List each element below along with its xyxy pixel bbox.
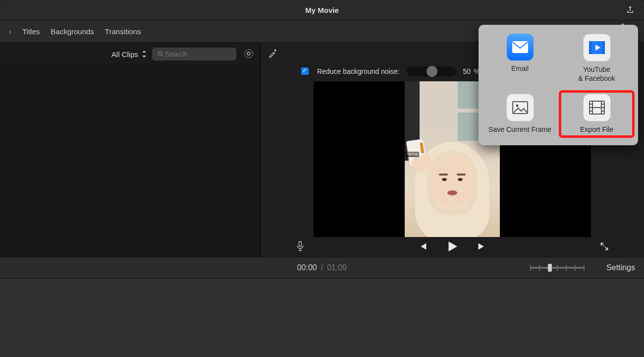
- duration: 01:09: [327, 263, 347, 272]
- svg-point-2: [245, 49, 253, 58]
- play-icon: [445, 239, 460, 254]
- share-icon: [625, 5, 635, 15]
- envelope-icon: [507, 34, 534, 60]
- search-icon: [157, 50, 164, 58]
- play-button[interactable]: [445, 239, 460, 255]
- timeline-settings-button[interactable]: Settings: [606, 263, 635, 272]
- svg-rect-23: [590, 45, 591, 47]
- svg-rect-25: [590, 51, 591, 53]
- film-export-icon: [583, 94, 611, 121]
- film-play-icon: [583, 34, 611, 61]
- noise-label: Reduce background noise:: [317, 67, 400, 75]
- clip-watermark: TikTok: [406, 152, 419, 157]
- titlebar: My Movie: [0, 0, 644, 20]
- image-icon: [506, 94, 534, 121]
- share-youtube-facebook-button[interactable]: YouTube & Facebook: [560, 32, 633, 85]
- svg-point-31: [516, 105, 518, 107]
- save-current-frame-button[interactable]: Save Current Frame: [483, 92, 556, 136]
- window-title: My Movie: [305, 6, 339, 14]
- svg-rect-22: [590, 42, 591, 44]
- updown-chevron-icon: [141, 51, 147, 58]
- share-youtube-facebook-label: YouTube & Facebook: [578, 65, 615, 83]
- search-field[interactable]: [152, 48, 236, 60]
- transport-bar: [261, 237, 644, 257]
- zoom-slider[interactable]: [530, 267, 585, 269]
- svg-rect-28: [603, 48, 604, 50]
- next-button[interactable]: [477, 241, 487, 253]
- svg-rect-26: [603, 42, 604, 44]
- microphone-icon: [295, 240, 305, 252]
- skip-forward-icon: [477, 241, 487, 252]
- svg-point-3: [247, 52, 250, 55]
- time-separator: /: [321, 263, 323, 272]
- share-popover: Email YouTube & Facebook Save Current Fr…: [479, 25, 638, 145]
- tab-titles[interactable]: Titles: [22, 27, 40, 36]
- timeline[interactable]: [0, 278, 644, 357]
- voiceover-button[interactable]: [295, 240, 305, 254]
- save-current-frame-label: Save Current Frame: [488, 125, 551, 134]
- noise-slider-thumb[interactable]: [427, 66, 437, 77]
- clips-filter-label: All Clips: [111, 50, 138, 59]
- svg-rect-24: [590, 48, 591, 50]
- expand-icon: [599, 241, 609, 251]
- time-readout: 00:00 / 01:09: [297, 263, 347, 272]
- browser-toolbar: All Clips: [0, 43, 260, 66]
- prev-button[interactable]: [417, 241, 428, 253]
- magic-wand-icon: [268, 48, 278, 59]
- tab-backgrounds[interactable]: Backgrounds: [51, 27, 94, 36]
- tab-left-overflow: ›: [9, 27, 11, 36]
- export-file-button[interactable]: Export File: [560, 92, 633, 136]
- export-file-label: Export File: [580, 125, 613, 134]
- skip-back-icon: [417, 241, 428, 252]
- noise-value: 50: [463, 67, 471, 75]
- fullscreen-button[interactable]: [599, 241, 609, 253]
- svg-rect-29: [603, 51, 604, 53]
- browser-content: [0, 66, 260, 257]
- media-browser: All Clips: [0, 43, 261, 257]
- share-email-button[interactable]: Email: [483, 32, 556, 85]
- browser-settings-button[interactable]: [243, 48, 254, 60]
- gear-icon: [243, 48, 254, 59]
- svg-line-1: [161, 55, 163, 57]
- noise-value-readout: 50 %: [463, 67, 480, 75]
- enhance-button[interactable]: [268, 48, 278, 60]
- current-time: 00:00: [297, 263, 317, 272]
- search-input[interactable]: [164, 50, 231, 59]
- clips-filter-dropdown[interactable]: All Clips: [111, 50, 147, 59]
- tab-transitions[interactable]: Transitions: [105, 27, 141, 36]
- zoom-thumb[interactable]: [548, 264, 552, 272]
- noise-slider[interactable]: [407, 66, 456, 76]
- svg-point-0: [158, 52, 161, 55]
- svg-rect-17: [299, 241, 302, 246]
- svg-rect-18: [512, 41, 528, 53]
- timeline-header: 00:00 / 01:09 Settings: [0, 257, 644, 278]
- share-button[interactable]: [625, 5, 635, 16]
- noise-checkbox[interactable]: [301, 67, 309, 75]
- svg-rect-27: [603, 45, 604, 47]
- share-email-label: Email: [511, 64, 529, 73]
